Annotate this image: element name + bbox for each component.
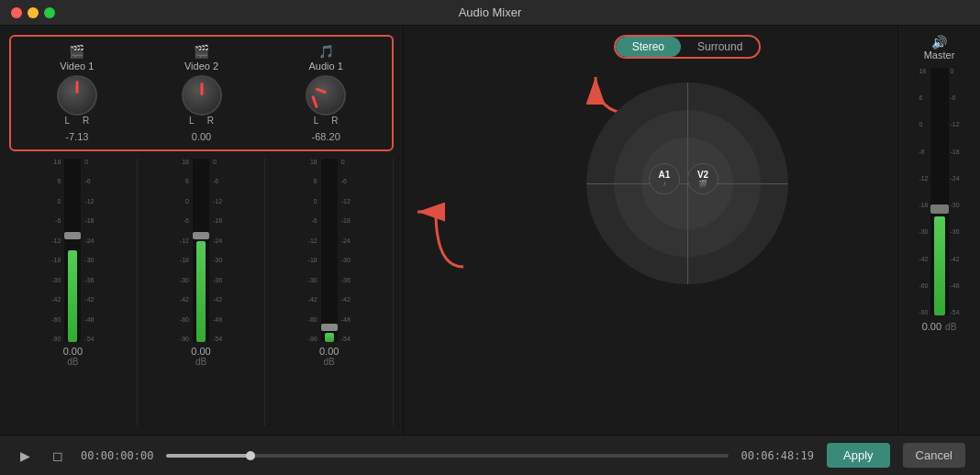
stop-button[interactable]: ◻	[48, 446, 68, 466]
audio1-slider-bottom: 0.00 dB	[319, 346, 339, 367]
audio1-slider-db-unit: dB	[324, 357, 335, 367]
master-db-unit: dB	[945, 322, 956, 332]
audio1-r: R	[331, 116, 338, 126]
surround-container: A1 ♪ V2 🎬	[586, 83, 788, 284]
master-level-bar	[934, 216, 945, 315]
video2-scale-left: 18 6 0 -6 -12 -18 -30 -42 -60 -90	[180, 159, 191, 342]
cancel-button[interactable]: Cancel	[903, 443, 965, 468]
stereo-button[interactable]: Stereo	[616, 37, 681, 57]
video2-lr: L R	[189, 116, 214, 126]
video2-slider-area: 18 6 0 -6 -12 -18 -30 -42 -60 -90	[139, 159, 263, 342]
channel-audio1-header: 🎵 Audio 1	[309, 44, 343, 72]
video2-slider-channel: 18 6 0 -6 -12 -18 -30 -42 -60 -90	[138, 159, 266, 425]
arrow-left	[408, 175, 473, 285]
channel-video2-header: 🎬 Video 2	[184, 44, 218, 72]
window-controls[interactable]	[11, 7, 55, 18]
video2-slider-db: 0.00	[191, 346, 210, 357]
video1-scale-right: 0 -6 -12 -18 -24 -30 -36 -42 -48 -54	[83, 159, 94, 342]
video1-slider-db: 0.00	[63, 346, 83, 357]
video2-scale-right: 0 -6 -12 -18 -24 -30 -36 -42 -48 -54	[211, 159, 222, 342]
video1-level-bar	[68, 250, 77, 342]
main-content: 🎬 Video 1 L R -7.13 🎬 Video 2	[0, 26, 980, 435]
audio1-fader-handle[interactable]	[321, 324, 338, 331]
master-scale-right: 0 -6 -12 -18 -24 -30 -36 -42 -48 -54	[951, 68, 960, 315]
audio1-fader-track[interactable]	[321, 159, 338, 342]
channel-video2: 🎬 Video 2 L R 0.00	[143, 44, 261, 142]
timecode-end: 00:06:48:19	[741, 449, 814, 462]
left-panel: 🎬 Video 1 L R -7.13 🎬 Video 2	[0, 26, 404, 435]
video1-fader-handle[interactable]	[64, 232, 81, 239]
video2-l: L	[189, 116, 195, 126]
video2-level-bar	[196, 241, 206, 342]
audio1-slider-channel: 18 6 0 -6 -12 -18 -30 -42 -60 -90	[265, 159, 394, 425]
maximize-button[interactable]	[44, 7, 55, 18]
audio1-db-value: -68.20	[312, 131, 340, 142]
video1-fader-track[interactable]	[64, 159, 81, 342]
surround-button[interactable]: Surround	[681, 37, 759, 57]
sliders-section: 18 6 0 -6 -12 -18 -30 -42 -60 -90	[9, 159, 394, 425]
video2-slider-bottom: 0.00 dB	[191, 346, 210, 367]
channel-video2-name: Video 2	[184, 61, 218, 72]
audio1-slider-db: 0.00	[319, 346, 339, 357]
video2-knob[interactable]	[182, 75, 222, 116]
progress-handle[interactable]	[246, 451, 255, 460]
video1-slider-channel: 18 6 0 -6 -12 -18 -30 -42 -60 -90	[9, 159, 138, 425]
dot-v2-icon: 🎬	[698, 180, 707, 188]
audio1-slider-area: 18 6 0 -6 -12 -18 -30 -42 -60 -90	[267, 159, 391, 342]
audio1-scale-right: 0 -6 -12 -18 -24 -30 -36 -42 -48 -54	[340, 159, 351, 342]
video2-slider-db-unit: dB	[195, 357, 206, 367]
close-button[interactable]	[11, 7, 22, 18]
master-scale-left: 18 6 0 -6 -12 -18 -30 -42 -60 -90	[919, 68, 928, 315]
video1-db-value: -7.13	[65, 131, 88, 142]
channel-video1-name: Video 1	[60, 61, 94, 72]
master-db-value: 0.00	[922, 321, 941, 332]
dot-v2-label: V2	[697, 170, 708, 180]
stereo-surround-toggle[interactable]: Stereo Surround	[614, 35, 762, 59]
master-fader-handle[interactable]	[930, 204, 949, 214]
video2-r: R	[207, 116, 214, 126]
apply-button[interactable]: Apply	[827, 443, 890, 468]
window-title: Audio Mixer	[459, 6, 522, 19]
channel-video1-header: 🎬 Video 1	[60, 44, 94, 72]
video1-slider-area: 18 6 0 -6 -12 -18 -30 -42 -60 -90	[11, 159, 135, 342]
master-fader[interactable]	[930, 68, 949, 315]
video1-knob[interactable]	[57, 75, 97, 116]
video1-r: R	[83, 116, 89, 126]
right-panel: Stereo Surround A1	[477, 26, 897, 435]
minimize-button[interactable]	[28, 7, 39, 18]
channel-video1: 🎬 Video 1 L R -7.13	[18, 44, 136, 142]
progress-bar[interactable]	[166, 454, 728, 458]
progress-fill	[166, 454, 251, 458]
channel-box: 🎬 Video 1 L R -7.13 🎬 Video 2	[9, 35, 394, 151]
titlebar: Audio Mixer	[0, 0, 980, 26]
audio1-knob-container: L R	[306, 75, 346, 126]
video1-lr: L R	[64, 116, 89, 126]
audio1-l: L	[314, 116, 319, 126]
middle-panel	[404, 26, 477, 435]
video1-knob-container: L R	[57, 75, 97, 126]
surround-dot-v2[interactable]: V2 🎬	[687, 163, 718, 194]
dot-a1-label: A1	[659, 170, 671, 180]
video2-fader-handle[interactable]	[193, 232, 209, 239]
audio1-lr: L R	[314, 116, 339, 126]
video2-db-value: 0.00	[192, 131, 211, 142]
video1-slider-db-unit: dB	[67, 357, 78, 367]
surround-dot-a1[interactable]: A1 ♪	[649, 163, 680, 194]
timecode-start: 00:00:00:00	[81, 449, 153, 462]
video1-scale-left: 18 6 0 -6 -12 -18 -30 -42 -60 -90	[51, 159, 62, 342]
dot-a1-icon: ♪	[663, 180, 666, 188]
master-label: Master	[924, 50, 955, 61]
master-db-row: 0.00 dB	[922, 321, 957, 332]
video2-fader-track[interactable]	[193, 159, 209, 342]
master-header: 🔊 Master	[924, 35, 955, 61]
play-button[interactable]: ▶	[15, 446, 35, 466]
master-slider-area: 18 6 0 -6 -12 -18 -30 -42 -60 -90 0 -6 -…	[919, 68, 959, 315]
master-speaker-icon: 🔊	[931, 35, 947, 50]
bottom-toolbar: ▶ ◻ 00:00:00:00 00:06:48:19 Apply Cancel	[0, 435, 980, 475]
video1-slider-bottom: 0.00 dB	[63, 346, 83, 367]
audio1-level-bar	[325, 333, 334, 342]
audio1-knob[interactable]	[306, 75, 346, 116]
video2-icon: 🎬	[194, 44, 209, 59]
audio1-scale-left: 18 6 0 -6 -12 -18 -30 -42 -60 -90	[308, 159, 319, 342]
channel-audio1-name: Audio 1	[309, 61, 343, 72]
